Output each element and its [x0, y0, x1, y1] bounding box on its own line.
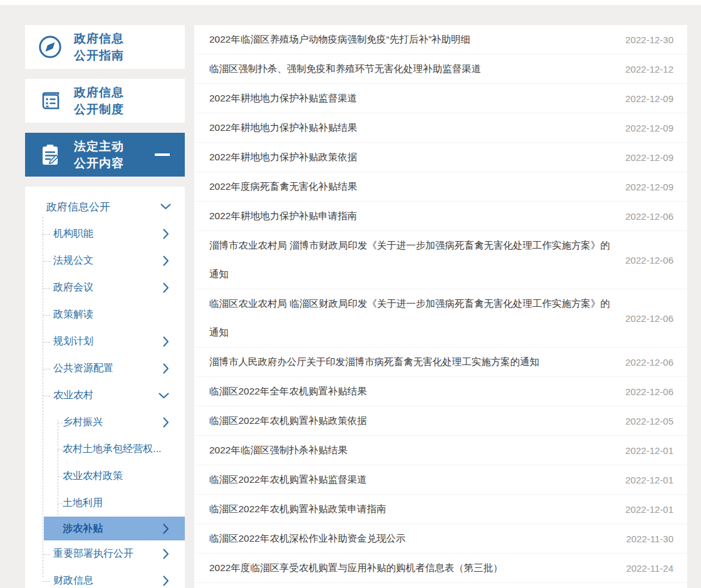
sidebar-item-label: 机构职能	[53, 227, 93, 240]
article-title-link[interactable]: 2022年耕地地力保护补贴政策依据	[209, 143, 619, 172]
article-date: 2022-12-01	[620, 475, 673, 485]
sidebar-card-gov-info-system[interactable]: 政府信息公开制度	[25, 79, 185, 123]
sidebar-card-label: 政府信息公开指南	[74, 30, 124, 64]
chevron-right-icon	[163, 417, 169, 428]
sidebar-item-rural-land-contract[interactable]: 农村土地承包经营权...	[25, 436, 185, 463]
chevron-right-icon	[163, 549, 169, 559]
article-row: 临淄区2022年农机深松作业补助资金兑现公示2022-11-30	[194, 524, 687, 554]
article-title-link[interactable]: 临淄区2022年农机深松作业补助资金兑现公示	[209, 524, 619, 553]
chevron-right-icon	[163, 336, 169, 347]
sidebar-item-label: 农村土地承包经营权...	[63, 443, 161, 456]
article-row: 2022年临淄区养殖场户动物疫病强制免疫“先打后补”补助明细2022-12-30	[194, 25, 687, 54]
article-row: 临淄区强制扑杀、强制免疫和养殖环节无害化处理补助监督渠道2022-12-12	[194, 54, 687, 84]
article-list-panel: 2022年临淄区养殖场户动物疫病强制免疫“先打后补”补助明细2022-12-30…	[194, 25, 687, 588]
article-row: 临淄区2022年农机购置补贴政策申请指南2022-12-01	[194, 495, 687, 524]
article-row: 2022年耕地地力保护补贴政策依据2022-12-09	[194, 143, 687, 172]
article-title-link[interactable]: 2022年临淄区强制扑杀补贴结果	[209, 436, 619, 465]
sidebar-item-org-functions[interactable]: 机构职能	[25, 220, 185, 247]
article-row: 2022年耕地地力保护补贴监督渠道2022-12-09	[194, 84, 687, 113]
article-title-link[interactable]: 临淄区2022年农产品产地冷藏保鲜设施建设项目创建名单公示	[209, 583, 619, 588]
article-row: 淄博市人民政府办公厅关于印发淄博市病死畜禽无害化处理工实施方案的通知2022-1…	[194, 348, 687, 377]
sidebar-item-policy-interpretation[interactable]: 政策解读	[25, 301, 185, 328]
sidebar-card-label: 法定主动公开内容	[74, 138, 124, 172]
article-row: 临淄区2022年农产品产地冷藏保鲜设施建设项目创建名单公示2022-10-18	[194, 583, 687, 588]
article-date: 2022-12-06	[620, 255, 673, 266]
article-row: 淄博市农业农村局 淄博市财政局印发《关于进一步加强病死畜禽无害化处理工作实施方案…	[194, 231, 687, 289]
sidebar-item-label: 财政信息	[53, 574, 93, 587]
sidebar-item-label: 法规公文	[53, 254, 93, 267]
compass-icon	[38, 34, 63, 59]
clipboard-pencil-icon	[38, 142, 63, 167]
article-date: 2022-12-06	[620, 386, 673, 397]
article-title-link[interactable]: 2022年耕地地力保护补贴申请指南	[209, 202, 619, 230]
article-title-link[interactable]: 临淄区2022年农机购置补贴监督渠道	[209, 465, 619, 494]
article-row: 临淄区2022年农机购置补贴监督渠道2022-12-01	[194, 465, 687, 495]
chevron-down-icon	[158, 393, 169, 399]
sidebar-item-rural-revitalization[interactable]: 乡村振兴	[25, 409, 185, 436]
article-date: 2022-12-09	[620, 93, 673, 104]
article-row: 2022年耕地地力保护补贴申请指南2022-12-06	[194, 202, 687, 231]
sidebar-card-statutory-disclosure[interactable]: 法定主动公开内容	[25, 133, 185, 177]
sidebar-item-label: 农业农村政策	[63, 470, 123, 483]
article-title-link[interactable]: 临淄区2022年全年农机购置补贴结果	[209, 377, 619, 406]
minus-icon	[155, 153, 170, 156]
article-title-link[interactable]: 2022年耕地地力保护补贴监督渠道	[209, 84, 619, 113]
article-row: 2022年度病死畜禽无害化补贴结果2022-12-09	[194, 172, 687, 202]
article-row: 临淄区农业农村局 临淄区财政局印发《关于进一步加强病死畜禽无害化处理工作实施方案…	[194, 289, 687, 348]
article-title-link[interactable]: 淄博市农业农村局 淄博市财政局印发《关于进一步加强病死畜禽无害化处理工作实施方案…	[209, 231, 619, 289]
article-title-link[interactable]: 2022年度临淄区享受农机购置与应用补贴的购机者信息表（第三批）	[209, 554, 619, 582]
notebook-icon	[38, 88, 63, 113]
sidebar-item-agriculture-subsidies[interactable]: 涉农补贴	[44, 517, 185, 540]
menu-list: 机构职能法规公文政府会议政策解读规划计划公共资源配置农业农村乡村振兴农村土地承包…	[25, 220, 185, 588]
sidebar-item-gov-meetings[interactable]: 政府会议	[25, 274, 185, 301]
article-date: 2022-11-24	[620, 563, 673, 574]
chevron-down-icon	[160, 204, 171, 210]
article-date: 2022-11-30	[620, 534, 673, 544]
article-title-link[interactable]: 2022年临淄区养殖场户动物疫病强制免疫“先打后补”补助明细	[209, 25, 619, 54]
sidebar-item-label: 政府会议	[53, 281, 93, 294]
sidebar-item-label: 规划计划	[53, 335, 93, 348]
chevron-right-icon	[163, 524, 169, 534]
chevron-right-icon	[163, 363, 169, 374]
article-title-link[interactable]: 2022年耕地地力保护补贴补贴结果	[209, 113, 619, 142]
article-title-link[interactable]: 淄博市人民政府办公厅关于印发淄博市病死畜禽无害化处理工实施方案的通知	[209, 348, 619, 376]
sidebar-item-land-use[interactable]: 土地利用	[25, 490, 185, 517]
chevron-right-icon	[163, 575, 169, 586]
sidebar-item-key-deployment[interactable]: 重要部署执行公开	[25, 540, 185, 567]
article-row: 2022年耕地地力保护补贴补贴结果2022-12-09	[194, 113, 687, 143]
sidebar-item-planning[interactable]: 规划计划	[25, 328, 185, 355]
article-title-link[interactable]: 临淄区农业农村局 临淄区财政局印发《关于进一步加强病死畜禽无害化处理工作实施方案…	[209, 289, 619, 347]
sidebar-item-agriculture-policy[interactable]: 农业农村政策	[25, 463, 185, 490]
article-date: 2022-12-09	[620, 152, 673, 163]
sidebar-item-label: 涉农补贴	[63, 522, 103, 535]
article-title-link[interactable]: 临淄区2022年农机购置补贴政策申请指南	[209, 495, 619, 524]
sidebar-item-label: 农业农村	[53, 389, 93, 402]
article-title-link[interactable]: 临淄区2022年农机购置补贴政策依据	[209, 406, 619, 435]
article-date: 2022-12-09	[620, 123, 673, 133]
article-row: 2022年度临淄区享受农机购置与应用补贴的购机者信息表（第三批）2022-11-…	[194, 554, 687, 583]
article-date: 2022-12-05	[620, 416, 673, 426]
sidebar-item-label: 土地利用	[63, 497, 103, 510]
chevron-right-icon	[163, 229, 169, 239]
article-date: 2022-12-30	[620, 34, 673, 45]
article-date: 2022-12-01	[620, 504, 673, 515]
sidebar-item-fiscal-info[interactable]: 财政信息	[25, 567, 185, 588]
sidebar-card-label: 政府信息公开制度	[74, 84, 124, 118]
menu-root-label: 政府信息公开	[46, 200, 110, 214]
sidebar-item-laws-documents[interactable]: 法规公文	[25, 247, 185, 274]
article-title-link[interactable]: 临淄区强制扑杀、强制免疫和养殖环节无害化处理补助监督渠道	[209, 54, 619, 83]
article-date: 2022-12-12	[620, 64, 673, 75]
sidebar-item-label: 重要部署执行公开	[53, 547, 133, 560]
menu-root-gov-info-disclosure[interactable]: 政府信息公开	[25, 193, 185, 220]
article-date: 2022-12-09	[620, 182, 673, 192]
sidebar: 政府信息公开指南政府信息公开制度法定主动公开内容 政府信息公开 机构职能法规公文…	[25, 25, 185, 588]
article-row: 临淄区2022年全年农机购置补贴结果2022-12-06	[194, 377, 687, 406]
sidebar-item-public-resources[interactable]: 公共资源配置	[25, 355, 185, 382]
sidebar-item-label: 乡村振兴	[63, 416, 103, 429]
article-title-link[interactable]: 2022年度病死畜禽无害化补贴结果	[209, 172, 619, 201]
article-date: 2022-12-06	[620, 313, 673, 324]
sidebar-card-gov-info-guide[interactable]: 政府信息公开指南	[25, 25, 185, 69]
sidebar-item-agriculture-rural[interactable]: 农业农村	[25, 382, 185, 409]
article-date: 2022-12-06	[620, 357, 673, 368]
chevron-right-icon	[163, 282, 169, 293]
